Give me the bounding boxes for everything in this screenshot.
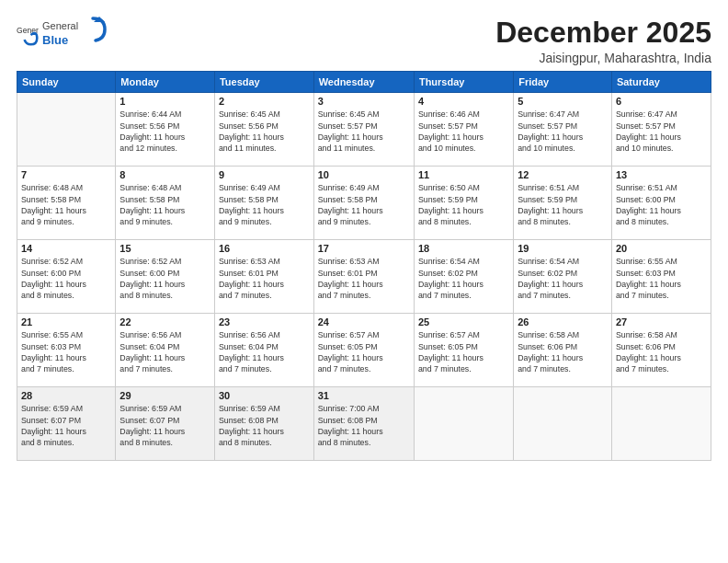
table-row: 13Sunrise: 6:51 AMSunset: 6:00 PMDayligh… xyxy=(611,167,711,240)
table-row: 11Sunrise: 6:50 AMSunset: 5:59 PMDayligh… xyxy=(414,167,513,240)
day-info: Sunrise: 6:56 AMSunset: 6:04 PMDaylight:… xyxy=(219,329,310,374)
day-number: 28 xyxy=(21,390,111,401)
svg-text:Blue: Blue xyxy=(42,33,68,47)
col-monday: Monday xyxy=(116,72,215,93)
day-info: Sunrise: 6:55 AMSunset: 6:03 PMDaylight:… xyxy=(21,329,111,374)
month-title: December 2025 xyxy=(495,17,711,49)
logo-icon: General xyxy=(17,24,39,46)
day-number: 23 xyxy=(219,316,310,327)
day-number: 24 xyxy=(318,316,410,327)
table-row: 8Sunrise: 6:48 AMSunset: 5:58 PMDaylight… xyxy=(116,167,215,240)
day-number: 26 xyxy=(518,316,608,327)
day-info: Sunrise: 6:46 AMSunset: 5:57 PMDaylight:… xyxy=(418,109,509,154)
table-row: 6Sunrise: 6:47 AMSunset: 5:57 PMDaylight… xyxy=(611,93,711,167)
day-number: 14 xyxy=(21,243,111,254)
calendar-week-row: 14Sunrise: 6:52 AMSunset: 6:00 PMDayligh… xyxy=(17,240,711,314)
day-info: Sunrise: 6:44 AMSunset: 5:56 PMDaylight:… xyxy=(119,109,210,154)
day-info: Sunrise: 6:50 AMSunset: 5:59 PMDaylight:… xyxy=(418,182,509,227)
day-number: 25 xyxy=(418,316,509,327)
day-info: Sunrise: 6:59 AMSunset: 6:08 PMDaylight:… xyxy=(219,403,310,448)
table-row xyxy=(17,93,116,167)
calendar-table: Sunday Monday Tuesday Wednesday Thursday… xyxy=(17,71,711,461)
calendar-header-row: Sunday Monday Tuesday Wednesday Thursday… xyxy=(17,72,711,93)
day-info: Sunrise: 6:47 AMSunset: 5:57 PMDaylight:… xyxy=(518,109,608,154)
day-number: 15 xyxy=(119,243,210,254)
table-row: 15Sunrise: 6:52 AMSunset: 6:00 PMDayligh… xyxy=(116,240,215,314)
day-info: Sunrise: 6:52 AMSunset: 6:00 PMDaylight:… xyxy=(119,256,210,301)
svg-text:General: General xyxy=(42,20,78,31)
table-row: 19Sunrise: 6:54 AMSunset: 6:02 PMDayligh… xyxy=(514,240,612,314)
day-number: 9 xyxy=(219,169,310,180)
col-wednesday: Wednesday xyxy=(313,72,414,93)
table-row: 29Sunrise: 6:59 AMSunset: 6:07 PMDayligh… xyxy=(116,387,215,461)
day-info: Sunrise: 6:48 AMSunset: 5:58 PMDaylight:… xyxy=(21,182,111,227)
day-info: Sunrise: 6:49 AMSunset: 5:58 PMDaylight:… xyxy=(219,182,310,227)
table-row: 27Sunrise: 6:58 AMSunset: 6:06 PMDayligh… xyxy=(611,314,711,387)
table-row: 22Sunrise: 6:56 AMSunset: 6:04 PMDayligh… xyxy=(116,314,215,387)
table-row: 30Sunrise: 6:59 AMSunset: 6:08 PMDayligh… xyxy=(214,387,313,461)
table-row: 5Sunrise: 6:47 AMSunset: 5:57 PMDaylight… xyxy=(514,93,612,167)
day-info: Sunrise: 6:53 AMSunset: 6:01 PMDaylight:… xyxy=(219,256,310,301)
table-row: 1Sunrise: 6:44 AMSunset: 5:56 PMDaylight… xyxy=(116,93,215,167)
day-number: 7 xyxy=(21,169,111,180)
table-row xyxy=(514,387,612,461)
title-block: December 2025 Jaisingpur, Maharashtra, I… xyxy=(495,17,711,65)
day-number: 22 xyxy=(119,316,210,327)
table-row: 23Sunrise: 6:56 AMSunset: 6:04 PMDayligh… xyxy=(214,314,313,387)
day-number: 10 xyxy=(318,169,410,180)
day-info: Sunrise: 7:00 AMSunset: 6:08 PMDaylight:… xyxy=(318,403,410,448)
table-row: 26Sunrise: 6:58 AMSunset: 6:06 PMDayligh… xyxy=(514,314,612,387)
day-number: 18 xyxy=(418,243,509,254)
day-number: 6 xyxy=(616,96,707,107)
location: Jaisingpur, Maharashtra, India xyxy=(495,51,711,65)
table-row: 25Sunrise: 6:57 AMSunset: 6:05 PMDayligh… xyxy=(414,314,513,387)
day-number: 5 xyxy=(518,96,608,107)
table-row: 28Sunrise: 6:59 AMSunset: 6:07 PMDayligh… xyxy=(17,387,116,461)
day-number: 1 xyxy=(119,96,210,107)
table-row: 14Sunrise: 6:52 AMSunset: 6:00 PMDayligh… xyxy=(17,240,116,314)
day-info: Sunrise: 6:57 AMSunset: 6:05 PMDaylight:… xyxy=(418,329,509,374)
day-info: Sunrise: 6:53 AMSunset: 6:01 PMDaylight:… xyxy=(318,256,410,301)
table-row: 3Sunrise: 6:45 AMSunset: 5:57 PMDaylight… xyxy=(313,93,414,167)
table-row: 20Sunrise: 6:55 AMSunset: 6:03 PMDayligh… xyxy=(611,240,711,314)
calendar-week-row: 1Sunrise: 6:44 AMSunset: 5:56 PMDaylight… xyxy=(17,93,711,167)
day-number: 4 xyxy=(418,96,509,107)
day-number: 17 xyxy=(318,243,410,254)
day-info: Sunrise: 6:55 AMSunset: 6:03 PMDaylight:… xyxy=(616,256,707,301)
day-info: Sunrise: 6:47 AMSunset: 5:57 PMDaylight:… xyxy=(616,109,707,154)
day-info: Sunrise: 6:59 AMSunset: 6:07 PMDaylight:… xyxy=(119,403,210,448)
logo-text: General Blue xyxy=(42,17,107,53)
col-thursday: Thursday xyxy=(414,72,513,93)
day-number: 12 xyxy=(518,169,608,180)
col-friday: Friday xyxy=(514,72,612,93)
calendar-week-row: 28Sunrise: 6:59 AMSunset: 6:07 PMDayligh… xyxy=(17,387,711,461)
table-row: 21Sunrise: 6:55 AMSunset: 6:03 PMDayligh… xyxy=(17,314,116,387)
day-number: 3 xyxy=(318,96,410,107)
day-info: Sunrise: 6:49 AMSunset: 5:58 PMDaylight:… xyxy=(318,182,410,227)
table-row: 4Sunrise: 6:46 AMSunset: 5:57 PMDaylight… xyxy=(414,93,513,167)
day-number: 29 xyxy=(119,390,210,401)
calendar-week-row: 7Sunrise: 6:48 AMSunset: 5:58 PMDaylight… xyxy=(17,167,711,240)
day-number: 20 xyxy=(616,243,707,254)
table-row: 16Sunrise: 6:53 AMSunset: 6:01 PMDayligh… xyxy=(214,240,313,314)
col-sunday: Sunday xyxy=(17,72,116,93)
table-row: 24Sunrise: 6:57 AMSunset: 6:05 PMDayligh… xyxy=(313,314,414,387)
day-info: Sunrise: 6:57 AMSunset: 6:05 PMDaylight:… xyxy=(318,329,410,374)
table-row: 2Sunrise: 6:45 AMSunset: 5:56 PMDaylight… xyxy=(214,93,313,167)
col-tuesday: Tuesday xyxy=(214,72,313,93)
table-row xyxy=(611,387,711,461)
day-info: Sunrise: 6:59 AMSunset: 6:07 PMDaylight:… xyxy=(21,403,111,448)
day-info: Sunrise: 6:51 AMSunset: 6:00 PMDaylight:… xyxy=(616,182,707,227)
day-info: Sunrise: 6:48 AMSunset: 5:58 PMDaylight:… xyxy=(119,182,210,227)
day-number: 27 xyxy=(616,316,707,327)
header: General General Blue December 2025 Jaisi… xyxy=(17,17,711,65)
table-row: 12Sunrise: 6:51 AMSunset: 5:59 PMDayligh… xyxy=(514,167,612,240)
table-row: 31Sunrise: 7:00 AMSunset: 6:08 PMDayligh… xyxy=(313,387,414,461)
day-number: 21 xyxy=(21,316,111,327)
day-number: 16 xyxy=(219,243,310,254)
page: General General Blue December 2025 Jaisi… xyxy=(0,0,728,563)
day-info: Sunrise: 6:58 AMSunset: 6:06 PMDaylight:… xyxy=(616,329,707,374)
day-number: 13 xyxy=(616,169,707,180)
table-row: 7Sunrise: 6:48 AMSunset: 5:58 PMDaylight… xyxy=(17,167,116,240)
day-info: Sunrise: 6:54 AMSunset: 6:02 PMDaylight:… xyxy=(418,256,509,301)
